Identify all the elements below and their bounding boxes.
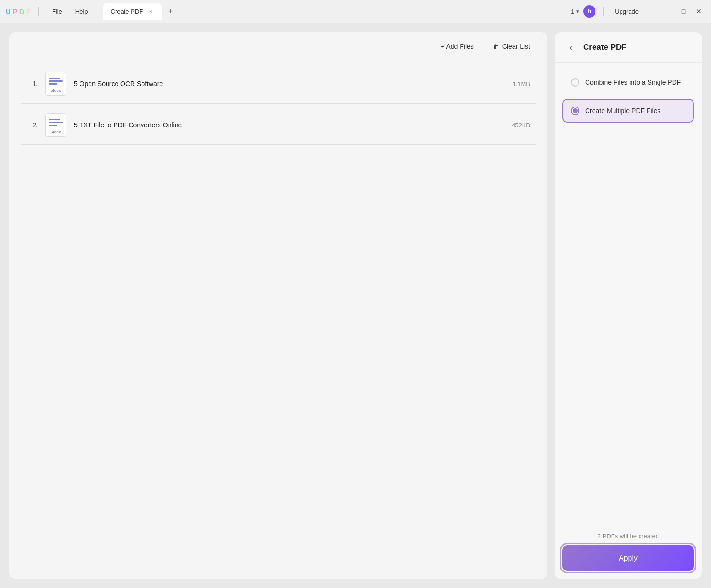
- logo-letter-d: D: [19, 8, 25, 16]
- option-combine[interactable]: Combine Files into a Single PDF: [562, 71, 694, 94]
- close-button[interactable]: ✕: [692, 5, 705, 18]
- separator: [38, 7, 39, 16]
- file-icon: .docx: [45, 113, 66, 137]
- option-label-multiple: Create Multiple PDF Files: [585, 107, 661, 115]
- back-button[interactable]: ‹: [564, 41, 578, 54]
- radio-multiple: [571, 107, 579, 115]
- file-ext: .docx: [51, 89, 61, 93]
- panel-footer: 2 PDFs will be created Apply: [555, 525, 702, 579]
- option-label-combine: Combine Files into a Single PDF: [585, 79, 681, 86]
- window-controls: — □ ✕: [662, 5, 705, 18]
- clear-list-label: Clear List: [502, 43, 530, 50]
- panel-header: ‹ Create PDF: [555, 32, 702, 63]
- logo-letter-u: U: [6, 8, 11, 16]
- main-container: + Add Files 🗑 Clear List 1. .docx 5 Open…: [0, 23, 711, 588]
- logo-letter-f: F: [27, 8, 31, 16]
- tab-add-button[interactable]: +: [164, 5, 177, 18]
- right-panel: ‹ Create PDF Combine Files into a Single…: [555, 32, 702, 579]
- radio-combine: [571, 78, 579, 87]
- file-icon: .docx: [45, 72, 66, 96]
- user-count: 1 ▾: [571, 8, 579, 15]
- separator: [650, 7, 650, 16]
- app-logo: UPDF: [6, 8, 31, 16]
- file-name: 5 Open Source OCR Software: [74, 80, 163, 88]
- apply-button[interactable]: Apply: [562, 545, 694, 571]
- file-ext: .docx: [51, 130, 61, 134]
- file-list: 1. .docx 5 Open Source OCR Software 1.1M…: [9, 61, 547, 149]
- avatar[interactable]: h: [583, 5, 595, 18]
- file-size: 452KB: [512, 122, 530, 129]
- separator: [603, 7, 604, 16]
- menu-help[interactable]: Help: [70, 6, 94, 17]
- file-item[interactable]: 1. .docx 5 Open Source OCR Software 1.1M…: [21, 64, 536, 104]
- file-name: 5 TXT File to PDF Converters Online: [74, 121, 182, 129]
- option-multiple[interactable]: Create Multiple PDF Files: [562, 99, 694, 123]
- trash-icon: 🗑: [493, 43, 499, 50]
- chevron-down-icon: ▾: [576, 8, 579, 15]
- user-count-number: 1: [571, 8, 574, 15]
- pdf-count-text: 2 PDFs will be created: [597, 533, 659, 540]
- tab-close-button[interactable]: ×: [147, 8, 154, 15]
- tab-label: Create PDF: [111, 8, 143, 15]
- tab-create-pdf[interactable]: Create PDF ×: [103, 3, 162, 20]
- maximize-button[interactable]: □: [677, 5, 690, 18]
- file-item[interactable]: 2. .docx 5 TXT File to PDF Converters On…: [21, 106, 536, 145]
- clear-list-button[interactable]: 🗑 Clear List: [487, 40, 536, 53]
- file-number: 2.: [27, 121, 38, 129]
- titlebar-right: 1 ▾ h Upgrade — □ ✕: [571, 5, 705, 18]
- add-files-button[interactable]: + Add Files: [435, 40, 480, 53]
- file-number: 1.: [27, 80, 38, 88]
- menu-file[interactable]: File: [46, 6, 68, 17]
- logo-letter-p: P: [13, 8, 18, 16]
- tab-bar: Create PDF × +: [103, 3, 567, 20]
- file-toolbar: + Add Files 🗑 Clear List: [9, 32, 547, 61]
- panel-options: Combine Files into a Single PDF Create M…: [555, 63, 702, 525]
- titlebar: UPDF File Help Create PDF × + 1 ▾ h Upgr…: [0, 0, 711, 23]
- menu-bar: File Help: [46, 6, 94, 17]
- file-area: + Add Files 🗑 Clear List 1. .docx 5 Open…: [9, 32, 547, 579]
- panel-title: Create PDF: [583, 43, 627, 52]
- minimize-button[interactable]: —: [662, 5, 675, 18]
- upgrade-button[interactable]: Upgrade: [611, 6, 642, 17]
- file-size: 1.1MB: [512, 80, 530, 88]
